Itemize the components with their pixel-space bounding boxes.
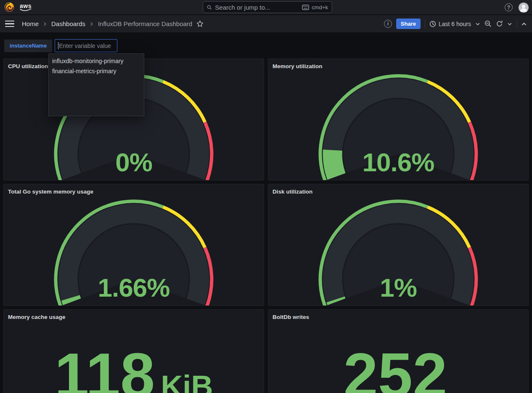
search-icon [207, 4, 212, 11]
panel-disk-utilization: Disk utilization 1% [268, 184, 529, 306]
chevron-up-icon [521, 21, 527, 27]
variable-input-wrap [55, 39, 117, 52]
top-bar-logos: aws [0, 2, 32, 12]
panel-memory-cache-usage: Memory cache usage 118 KiB [3, 309, 264, 393]
panel-boltdb-writes: BoltDb writes 252 [268, 309, 529, 393]
chevron-down-icon [475, 21, 480, 27]
clock-icon [429, 21, 436, 27]
breadcrumb: Home Dashboards InfluxDB Performance Das… [22, 20, 192, 27]
chevron-right-icon [90, 22, 94, 26]
keyboard-icon [302, 5, 309, 10]
panel-memory-utilization: Memory utilization 10.6% [268, 58, 529, 181]
stat-panel-body: 252 [268, 324, 528, 393]
top-bar: aws cmd+k ? [0, 0, 532, 15]
search-shortcut-label: cmd+k [312, 4, 328, 11]
gauge-panel-body: 1.66% [4, 199, 264, 305]
stat-panel-body: 118 KiB [4, 324, 264, 393]
user-icon [519, 3, 529, 13]
stat-value: 118 [55, 344, 155, 393]
grafana-app: aws cmd+k ? [0, 0, 532, 393]
search-box[interactable]: cmd+k [203, 1, 332, 13]
divider [425, 20, 425, 28]
time-range-picker[interactable]: Last 6 hours [429, 21, 471, 27]
gauge-value: 0% [4, 147, 264, 177]
refresh-interval-chevron[interactable] [507, 21, 512, 27]
panel-title[interactable]: BoltDb writes [268, 310, 528, 324]
variable-name-label: instanceName [4, 40, 52, 52]
aws-smile-icon [19, 8, 32, 12]
aws-logo-text: aws [20, 3, 32, 8]
dropdown-option[interactable]: influxdb-monitoring-primary [49, 56, 144, 66]
breadcrumb-home[interactable]: Home [22, 20, 39, 27]
top-bar-right: ? [505, 0, 529, 15]
time-range-chevron[interactable] [475, 21, 480, 27]
gauge-value: 1% [268, 273, 528, 303]
dropdown-option[interactable]: financial-metrics-primary [49, 66, 144, 76]
search-input[interactable] [215, 4, 299, 11]
menu-icon[interactable] [5, 21, 14, 27]
gauge-value: 1.66% [4, 273, 264, 303]
star-icon[interactable] [196, 20, 204, 27]
gauge-panel-body: 10.6% [268, 73, 528, 180]
search-shortcut: cmd+k [302, 4, 328, 11]
text-caret [58, 42, 58, 49]
breadcrumb-current: InfluxDB Performance Dashboard [98, 20, 192, 27]
panel-go-memory-usage: Total Go system memory usage 1.66% [3, 184, 264, 306]
divider [516, 20, 517, 28]
stat-value: 252 [344, 344, 447, 393]
info-icon[interactable]: i [384, 20, 392, 28]
stat-unit: KiB [161, 371, 213, 393]
nav-bar-actions: i Share Last 6 hours [384, 19, 527, 29]
panel-title[interactable]: Disk utilization [268, 184, 528, 199]
panel-title[interactable]: Total Go system memory usage [4, 184, 264, 199]
avatar[interactable] [519, 3, 529, 13]
variables-bar: instanceName [4, 39, 117, 52]
panel-title[interactable]: Memory utilization [268, 59, 528, 73]
share-button[interactable]: Share [396, 19, 421, 29]
nav-bar: Home Dashboards InfluxDB Performance Das… [0, 15, 532, 32]
refresh-button[interactable] [496, 20, 503, 27]
refresh-icon [496, 20, 503, 27]
help-icon[interactable]: ? [505, 3, 513, 11]
collapse-topbar-button[interactable] [521, 21, 527, 27]
breadcrumb-dashboards[interactable]: Dashboards [51, 20, 85, 27]
variable-value-input[interactable] [55, 39, 117, 52]
zoom-out-icon [484, 20, 492, 27]
time-range-label: Last 6 hours [439, 21, 471, 27]
panel-title[interactable]: Memory cache usage [4, 310, 264, 324]
zoom-out-button[interactable] [484, 20, 492, 27]
gauge-value: 10.6% [268, 147, 528, 177]
variable-options-dropdown: influxdb-monitoring-primary financial-me… [48, 53, 144, 116]
chevron-right-icon [43, 22, 47, 26]
chevron-down-icon [507, 21, 512, 27]
gauge-panel-body: 1% [268, 199, 528, 305]
aws-logo: aws [19, 3, 32, 12]
grafana-logo-icon[interactable] [4, 2, 14, 12]
